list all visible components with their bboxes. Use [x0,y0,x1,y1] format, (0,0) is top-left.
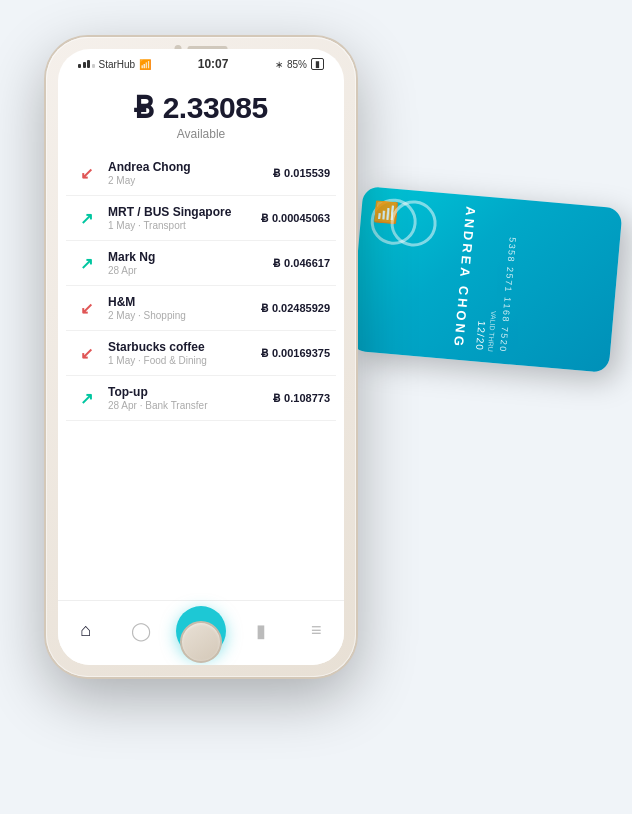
credit-card: 📶 5358 2571 1168 7520 VALID THRU 12/20 A… [349,186,622,373]
tx-arrow-icon: ↙ [72,159,100,187]
balance-label: Available [78,127,324,141]
tx-info: Top-up 28 Apr · Bank Transfer [108,385,273,411]
tx-name: Starbucks coffee [108,340,261,354]
tx-arrow-icon: ↗ [72,204,100,232]
nav-globe[interactable]: ◯ [121,611,161,651]
card-icon: ▮ [256,620,266,642]
tx-amount: Ƀ 0.108773 [273,392,330,405]
tx-amount: Ƀ 0.015539 [273,167,330,180]
tx-date: 28 Apr · Bank Transfer [108,400,273,411]
tx-date: 2 May · Shopping [108,310,261,321]
tx-amount: Ƀ 0.00045063 [261,212,330,225]
tx-date: 1 May · Food & Dining [108,355,261,366]
list-item[interactable]: ↙ Andrea Chong 2 May Ƀ 0.015539 [66,151,336,196]
tx-info: Mark Ng 28 Apr [108,250,273,276]
bitcoin-symbol: Ƀ [134,91,155,124]
status-bar: StarHub 📶 10:07 ∗ 85% ▮ [58,49,344,75]
tx-arrow-icon: ↗ [72,384,100,412]
status-left: StarHub 📶 [78,59,151,70]
list-item[interactable]: ↗ Mark Ng 28 Apr Ƀ 0.046617 [66,241,336,286]
tx-info: Starbucks coffee 1 May · Food & Dining [108,340,261,366]
arrow-down-left-icon: ↙ [80,344,93,363]
battery-icon: ▮ [311,58,324,70]
tx-info: Andrea Chong 2 May [108,160,273,186]
nav-home[interactable]: ⌂ [66,611,106,651]
list-item[interactable]: ↗ MRT / BUS Singapore 1 May · Transport … [66,196,336,241]
home-icon: ⌂ [80,620,91,641]
tx-name: MRT / BUS Singapore [108,205,261,219]
tx-name: Top-up [108,385,273,399]
bluetooth-icon: ∗ [275,59,283,70]
tx-amount: Ƀ 0.02485929 [261,302,330,315]
globe-icon: ◯ [131,620,151,642]
tx-date: 28 Apr [108,265,273,276]
arrow-down-left-icon: ↙ [80,299,93,318]
balance-area: Ƀ 2.33085 Available [58,75,344,151]
card-content: 5358 2571 1168 7520 VALID THRU 12/20 AND… [349,186,622,373]
card-text-block: 5358 2571 1168 7520 VALID THRU 12/20 AND… [451,206,520,354]
nav-menu[interactable]: ≡ [296,611,336,651]
tx-arrow-icon: ↙ [72,294,100,322]
phone-home-button[interactable] [180,621,222,663]
menu-icon: ≡ [311,620,322,641]
balance-value: 2.33085 [163,91,268,124]
scene: 📶 5358 2571 1168 7520 VALID THRU 12/20 A… [26,17,606,797]
phone-screen: StarHub 📶 10:07 ∗ 85% ▮ Ƀ 2.33085 Availa… [58,49,344,665]
nav-card[interactable]: ▮ [241,611,281,651]
transaction-list: ↙ Andrea Chong 2 May Ƀ 0.015539 ↗ MRT / … [58,151,344,421]
list-item[interactable]: ↙ H&M 2 May · Shopping Ƀ 0.02485929 [66,286,336,331]
tx-arrow-icon: ↗ [72,249,100,277]
tx-arrow-icon: ↙ [72,339,100,367]
arrow-up-right-icon: ↗ [80,389,93,408]
status-time: 10:07 [198,57,229,71]
tx-amount: Ƀ 0.00169375 [261,347,330,360]
tx-date: 1 May · Transport [108,220,261,231]
tx-info: MRT / BUS Singapore 1 May · Transport [108,205,261,231]
status-right: ∗ 85% ▮ [275,58,324,70]
signal-icon [78,60,95,68]
list-item[interactable]: ↙ Starbucks coffee 1 May · Food & Dining… [66,331,336,376]
balance-display: Ƀ 2.33085 [78,90,324,125]
tx-date: 2 May [108,175,273,186]
arrow-up-right-icon: ↗ [80,254,93,273]
tx-info: H&M 2 May · Shopping [108,295,261,321]
phone: StarHub 📶 10:07 ∗ 85% ▮ Ƀ 2.33085 Availa… [46,37,356,677]
wifi-icon: 📶 [139,59,151,70]
list-item[interactable]: ↗ Top-up 28 Apr · Bank Transfer Ƀ 0.1087… [66,376,336,421]
carrier-name: StarHub [99,59,136,70]
arrow-up-right-icon: ↗ [80,209,93,228]
card-holder-name: ANDREA CHONG [451,206,478,350]
arrow-down-left-icon: ↙ [80,164,93,183]
tx-name: Andrea Chong [108,160,273,174]
tx-name: Mark Ng [108,250,273,264]
battery-level: 85% [287,59,307,70]
tx-amount: Ƀ 0.046617 [273,257,330,270]
tx-name: H&M [108,295,261,309]
